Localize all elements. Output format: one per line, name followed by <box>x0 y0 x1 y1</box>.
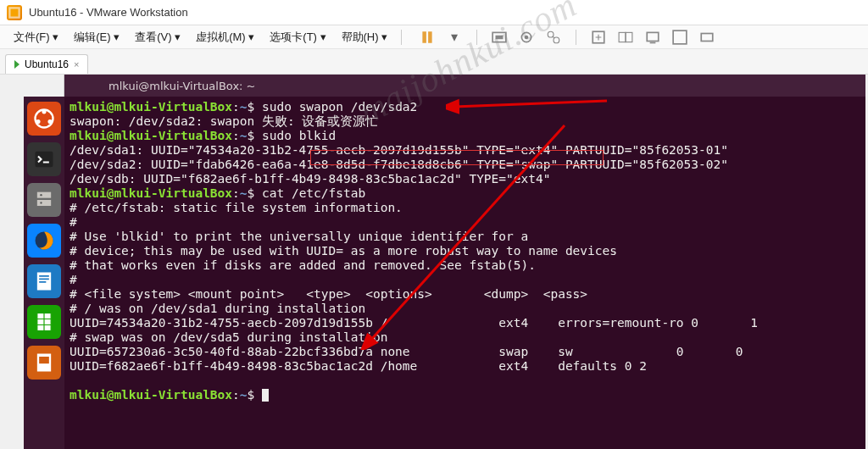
terminal-cursor <box>262 389 269 402</box>
terminal-title: mlkui@mlkui-VirtualBox: ~ <box>108 80 256 92</box>
unity-launcher <box>24 97 64 449</box>
menu-tabs[interactable]: 选项卡(T) ▾ <box>263 26 332 48</box>
svg-rect-1 <box>11 8 19 16</box>
toolbar: ▾ <box>417 27 717 47</box>
launcher-writer-icon[interactable] <box>27 264 61 298</box>
terminal-titlebar: mlkui@mlkui-VirtualBox: ~ <box>64 75 868 97</box>
power-dropdown-icon[interactable]: ▾ <box>444 27 465 47</box>
menu-edit[interactable]: 编辑(E) ▾ <box>67 26 126 48</box>
svg-point-25 <box>40 202 42 203</box>
tab-close-icon[interactable]: × <box>74 59 79 69</box>
stretch-icon[interactable] <box>697 27 717 47</box>
svg-rect-15 <box>673 30 687 44</box>
fit-guest-icon[interactable] <box>588 27 609 47</box>
annotation-arrow-icon <box>446 97 615 122</box>
svg-rect-30 <box>39 281 46 283</box>
svg-rect-5 <box>496 35 504 39</box>
toolbar-sep-2 <box>576 30 576 45</box>
terminal-output[interactable]: mlkui@mlkui-VirtualBox:~$ sudo swapon /d… <box>64 97 868 449</box>
running-indicator-icon <box>14 60 19 69</box>
app-logo-icon <box>7 5 22 20</box>
fullscreen-icon[interactable] <box>670 27 690 47</box>
svg-rect-23 <box>37 200 51 206</box>
svg-rect-29 <box>39 279 49 280</box>
svg-rect-13 <box>647 32 659 41</box>
window-titlebar: Ubuntu16 - VMware Workstation <box>0 0 868 25</box>
svg-rect-14 <box>650 42 656 43</box>
send-ctrl-alt-del-icon[interactable] <box>489 27 509 47</box>
tab-ubuntu16[interactable]: Ubuntu16 × <box>5 54 88 74</box>
svg-rect-3 <box>428 31 432 43</box>
svg-rect-11 <box>619 32 626 42</box>
svg-rect-12 <box>626 32 632 42</box>
svg-rect-16 <box>701 33 713 41</box>
svg-point-20 <box>47 119 52 124</box>
launcher-firefox-icon[interactable] <box>27 224 61 258</box>
toolbar-sep <box>476 30 477 45</box>
window-title: Ubuntu16 - VMware Workstation <box>29 6 188 19</box>
pause-icon[interactable] <box>417 27 437 47</box>
host-gutter <box>0 75 64 449</box>
menu-file[interactable]: 文件(F) ▾ <box>7 26 65 48</box>
menubar: 文件(F) ▾ 编辑(E) ▾ 查看(V) ▾ 虚拟机(M) ▾ 选项卡(T) … <box>0 25 868 49</box>
svg-line-35 <box>454 101 607 107</box>
svg-rect-28 <box>39 275 49 277</box>
unity-mode-icon[interactable] <box>615 27 636 47</box>
menu-vm[interactable]: 虚拟机(M) ▾ <box>189 26 261 48</box>
svg-rect-22 <box>37 192 51 198</box>
launcher-calc-icon[interactable] <box>27 305 61 339</box>
launcher-dash-icon[interactable] <box>27 102 61 136</box>
svg-point-24 <box>40 194 42 196</box>
console-view-icon[interactable] <box>643 27 663 47</box>
svg-rect-21 <box>36 152 53 168</box>
svg-point-19 <box>36 119 40 124</box>
svg-rect-2 <box>423 31 427 43</box>
tab-label: Ubuntu16 <box>25 58 69 70</box>
tab-bar: Ubuntu16 × <box>0 49 868 75</box>
snapshot-manager-icon[interactable] <box>543 27 564 47</box>
menu-separator <box>401 30 402 45</box>
menu-help[interactable]: 帮助(H) ▾ <box>335 26 395 48</box>
launcher-terminal-icon[interactable] <box>27 142 61 176</box>
svg-point-7 <box>525 35 529 39</box>
svg-point-18 <box>42 109 46 114</box>
svg-rect-34 <box>39 357 49 363</box>
snapshot-icon[interactable] <box>516 27 537 47</box>
launcher-files-icon[interactable] <box>27 183 61 217</box>
vm-display[interactable]: mlkui@mlkui-VirtualBox: ~ mlkui@mlkui-Vi… <box>0 75 868 449</box>
launcher-impress-icon[interactable] <box>27 346 61 380</box>
menu-view[interactable]: 查看(V) ▾ <box>128 26 187 48</box>
